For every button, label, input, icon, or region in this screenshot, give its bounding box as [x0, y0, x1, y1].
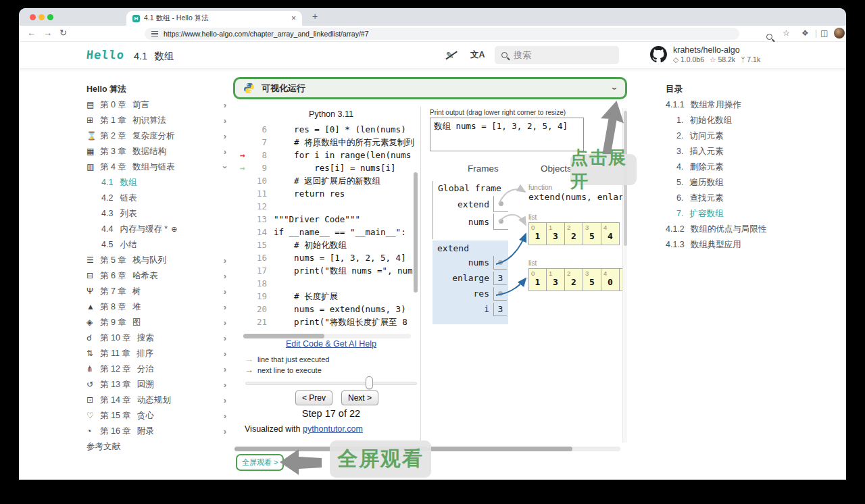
- profile-avatar[interactable]: [834, 28, 845, 39]
- chevron-right-icon[interactable]: ›: [224, 377, 226, 393]
- translate-icon[interactable]: 文A: [470, 49, 485, 61]
- toc-item-4-1-3[interactable]: 4.1.3数组典型应用: [666, 237, 835, 253]
- back-icon[interactable]: ←: [27, 28, 36, 38]
- search-chapter-icon: ☌: [86, 330, 100, 346]
- visual-run-panel-toggle[interactable]: 可视化运行 ›: [233, 77, 627, 99]
- chevron-right-icon[interactable]: ›: [224, 408, 226, 424]
- sidebar-item-4-2[interactable]: 4.2链表: [86, 191, 232, 206]
- chevron-right-icon[interactable]: ›: [224, 299, 226, 315]
- sidebar-item-ch16[interactable]: ◔第 16 章附录›: [86, 424, 232, 439]
- sidebar-item-ch6[interactable]: ⊟第 6 章哈希表›: [86, 268, 232, 284]
- theme-toggle-icon[interactable]: ✎: [446, 50, 454, 61]
- edit-code-link[interactable]: Edit Code & Get AI Help: [253, 339, 409, 349]
- toc-item-7[interactable]: 7.扩容数组: [666, 206, 835, 222]
- sidebar-item-ch5[interactable]: ☰第 5 章栈与队列›: [86, 253, 232, 268]
- chevron-right-icon[interactable]: ›: [224, 393, 226, 408]
- chevron-right-icon[interactable]: ›: [224, 361, 226, 377]
- chevron-right-icon[interactable]: ›: [224, 424, 226, 439]
- repo-forks: ᛘ 7.1k: [741, 55, 760, 64]
- zoom-icon[interactable]: [766, 34, 772, 40]
- toc-item-1[interactable]: 1.初始化数组: [666, 113, 835, 128]
- maximize-window-button[interactable]: [47, 14, 53, 20]
- visualized-with: Visualized with pythontutor.com: [245, 424, 363, 434]
- chevron-down-icon[interactable]: ›: [610, 86, 621, 90]
- toc-item-3[interactable]: 3.插入元素: [666, 144, 835, 159]
- site-info-icon[interactable]: [151, 30, 158, 39]
- sidebar-item-4-3[interactable]: 4.3列表: [86, 206, 232, 222]
- graph-icon: ◈: [86, 315, 100, 330]
- structure-icon: ▦: [86, 144, 100, 159]
- toc-item-5[interactable]: 5.遍历数组: [666, 175, 835, 191]
- sidebar-item-ch4[interactable]: ▥第 4 章数组与链表›: [86, 159, 232, 175]
- page-title: 4.1 数组: [134, 50, 174, 63]
- slider-track[interactable]: [245, 382, 417, 385]
- search-icon: [501, 52, 508, 58]
- sidebar-item-ch13[interactable]: ↺第 13 章回溯›: [86, 377, 232, 393]
- chevron-down-icon[interactable]: ›: [217, 166, 232, 168]
- array-icon: ▥: [86, 159, 100, 175]
- forward-icon[interactable]: →: [43, 28, 52, 38]
- sidebar-item-4-1[interactable]: 4.1数组: [86, 175, 232, 191]
- sidebar-item-ch15[interactable]: ♡第 15 章贪心›: [86, 408, 232, 424]
- sidebar-item-ch10[interactable]: ☌第 10 章搜索›: [86, 330, 232, 346]
- chevron-right-icon[interactable]: ›: [224, 144, 226, 159]
- sidebar-item-ch11[interactable]: ⇅第 11 章排序›: [86, 346, 232, 361]
- sidebar-item-ch9[interactable]: ◈第 9 章图›: [86, 315, 232, 330]
- chevron-right-icon[interactable]: ›: [224, 346, 226, 361]
- code-line: 13"""Driver Code""": [240, 213, 420, 226]
- step-slider[interactable]: [245, 378, 417, 388]
- hourglass-icon: ⌛: [86, 128, 100, 144]
- prev-button[interactable]: < Prev: [295, 390, 332, 405]
- chevron-right-icon[interactable]: ›: [224, 284, 226, 299]
- sidebar-item-ch1[interactable]: ⊞第 1 章初识算法›: [86, 113, 232, 128]
- slider-thumb[interactable]: [366, 376, 373, 389]
- sidebar-item-ch7[interactable]: Ψ第 7 章树›: [86, 284, 232, 299]
- close-window-button[interactable]: [30, 14, 36, 20]
- new-tab-button[interactable]: +: [312, 11, 318, 22]
- toc-item-4-1-2[interactable]: 4.1.2数组的优点与局限性: [666, 222, 835, 237]
- chevron-right-icon[interactable]: ›: [224, 315, 226, 330]
- star-icon: ☆: [710, 55, 716, 64]
- code-vertical-scrollbar[interactable]: [414, 172, 418, 293]
- github-repo-link[interactable]: krahets/hello-algo ◇ 1.0.0b6 ☆ 58.2k ᛘ 7…: [650, 45, 760, 64]
- toc-item-4[interactable]: 4.删除元素: [666, 159, 835, 175]
- sidebar-item-4-5[interactable]: 4.5小结: [86, 237, 232, 253]
- code-line: 18: [240, 277, 420, 290]
- sidebar-site-title[interactable]: Hello 算法: [86, 81, 232, 97]
- code-line: →8 for i in range(len(nums: [240, 149, 420, 161]
- sidebar-item-ch0[interactable]: ▤第 0 章前言›: [86, 97, 232, 113]
- reload-icon[interactable]: ↻: [59, 28, 67, 38]
- search-input[interactable]: [514, 50, 601, 60]
- chevron-right-icon[interactable]: ›: [224, 113, 226, 128]
- search-box[interactable]: [495, 46, 619, 64]
- sidebar-item-4-4[interactable]: 4.4内存与缓存 *⊕: [86, 222, 232, 237]
- sidebar-item-references[interactable]: 参考文献: [86, 439, 232, 455]
- sidebar-item-ch14[interactable]: ⊡第 14 章动态规划›: [86, 393, 232, 408]
- tab-close-icon[interactable]: ×: [291, 14, 296, 23]
- hello-algo-logo[interactable]: Hello: [86, 48, 125, 61]
- chevron-right-icon[interactable]: ›: [224, 330, 226, 346]
- sidebar-item-ch8[interactable]: ▲第 8 章堆›: [86, 299, 232, 315]
- extensions-icon[interactable]: ❖: [801, 28, 809, 38]
- pythontutor-link[interactable]: pythontutor.com: [303, 424, 363, 434]
- chevron-right-icon[interactable]: ›: [224, 268, 226, 284]
- code-horizontal-scrollbar[interactable]: [243, 334, 411, 338]
- next-button[interactable]: Next >: [341, 390, 378, 405]
- minimize-window-button[interactable]: [39, 14, 45, 20]
- side-panel-icon[interactable]: ◫: [820, 28, 828, 38]
- toc-item-6[interactable]: 6.查找元素: [666, 191, 835, 206]
- browser-tab[interactable]: H 4.1 数组 - Hello 算法 ×: [126, 11, 302, 26]
- address-bar[interactable]: https://www.hello-algo.com/chapter_array…: [145, 28, 739, 40]
- sidebar-item-ch3[interactable]: ▦第 3 章数据结构›: [86, 144, 232, 159]
- chevron-right-icon[interactable]: ›: [224, 128, 226, 144]
- sidebar-item-ch12[interactable]: ⋔第 12 章分治›: [86, 361, 232, 377]
- bookmark-star-icon[interactable]: ☆: [783, 28, 790, 38]
- toc-item-4-1-1[interactable]: 4.1.1数组常用操作: [666, 97, 835, 113]
- sidebar-item-ch2[interactable]: ⌛第 2 章复杂度分析›: [86, 128, 232, 144]
- code-line: 16 nums = [1, 3, 2, 5, 4]: [240, 251, 420, 264]
- chevron-right-icon[interactable]: ›: [224, 253, 226, 268]
- toc-item-2[interactable]: 2.访问元素: [666, 128, 835, 144]
- browser-toolbar: ← → ↻ https://www.hello-algo.com/chapter…: [19, 26, 846, 42]
- chevron-right-icon[interactable]: ›: [224, 97, 226, 113]
- fullscreen-link[interactable]: 全屏观看 >: [236, 454, 284, 471]
